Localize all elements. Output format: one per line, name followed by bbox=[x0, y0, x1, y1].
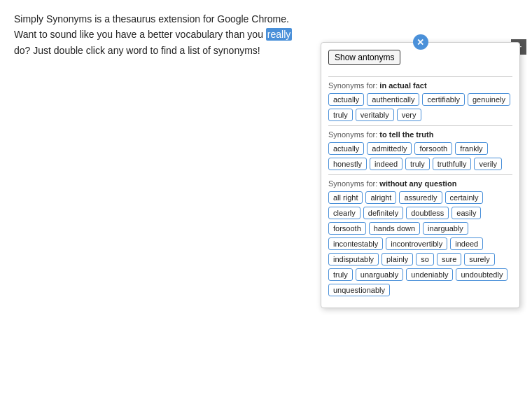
synonym-tag[interactable]: actually bbox=[328, 142, 364, 155]
synonym-tag[interactable]: truthfully bbox=[433, 158, 472, 170]
synonyms-popup: ✕ Show antonyms Synonyms for: in actual … bbox=[321, 42, 520, 308]
tags-container-2: all rightalrightassuredlycertainlyclearl… bbox=[328, 191, 512, 296]
synonyms-section-in-actual-fact: Synonyms for: in actual fact actuallyaut… bbox=[328, 81, 512, 121]
synonym-tag[interactable]: clearly bbox=[328, 207, 360, 219]
synonym-tag[interactable]: inarguably bbox=[423, 222, 468, 235]
synonym-tag[interactable]: authentically bbox=[367, 93, 419, 106]
tags-container-1: actuallyadmittedlyforsoothfranklyhonestl… bbox=[328, 142, 512, 170]
synonym-tag[interactable]: incontrovertibly bbox=[386, 237, 447, 250]
synonym-tag[interactable]: undoubtedly bbox=[456, 268, 507, 281]
label-prefix-2: Synonyms for: bbox=[328, 179, 379, 188]
synonyms-label-1: Synonyms for: to tell the truth bbox=[328, 130, 512, 139]
synonym-tag[interactable]: surely bbox=[464, 253, 494, 265]
synonym-tag[interactable]: indisputably bbox=[328, 253, 379, 265]
text-before-highlight: Simply Synonyms is a thesaurus extension… bbox=[14, 13, 289, 40]
synonym-tag[interactable]: all right bbox=[328, 191, 363, 204]
label-prefix-1: Synonyms for: bbox=[328, 130, 379, 139]
close-button[interactable]: ✕ bbox=[413, 34, 428, 50]
synonym-tag[interactable]: unarguably bbox=[356, 268, 403, 281]
meaning-0: in actual fact bbox=[379, 81, 426, 90]
meaning-1: to tell the truth bbox=[379, 130, 433, 139]
synonym-tag[interactable]: indeed bbox=[370, 158, 402, 170]
synonym-tag[interactable]: very bbox=[397, 109, 421, 121]
synonym-tag[interactable]: sure bbox=[437, 253, 461, 265]
synonym-tag[interactable]: forsooth bbox=[328, 222, 366, 235]
synonym-tag[interactable]: actually bbox=[328, 93, 364, 106]
divider-2 bbox=[328, 125, 512, 126]
synonym-tag[interactable]: assuredly bbox=[399, 191, 442, 204]
meaning-2: without any question bbox=[379, 179, 456, 188]
synonym-tag[interactable]: incontestably bbox=[328, 237, 383, 250]
synonyms-section-without-any-question: Synonyms for: without any question all r… bbox=[328, 179, 512, 296]
synonym-tag[interactable]: so bbox=[416, 253, 434, 265]
synonym-tag[interactable]: verily bbox=[474, 158, 502, 170]
synonym-tag[interactable]: truly bbox=[328, 268, 353, 281]
synonym-tag[interactable]: unquestionably bbox=[328, 284, 390, 296]
synonym-tag[interactable]: veritably bbox=[356, 109, 394, 121]
synonym-tag[interactable]: hands down bbox=[369, 222, 420, 235]
show-antonyms-button[interactable]: Show antonyms bbox=[328, 50, 400, 65]
synonym-tag[interactable]: frankly bbox=[455, 142, 487, 155]
synonyms-label-2: Synonyms for: without any question bbox=[328, 179, 512, 188]
synonym-tag[interactable]: honestly bbox=[328, 158, 367, 170]
synonym-tag[interactable]: alright bbox=[365, 191, 396, 204]
synonym-tag[interactable]: plainly bbox=[382, 253, 413, 265]
tags-container-0: actuallyauthenticallycertifiablygenuinel… bbox=[328, 93, 512, 121]
synonym-tag[interactable]: indeed bbox=[450, 237, 483, 250]
divider-1 bbox=[328, 76, 512, 77]
divider-3 bbox=[328, 174, 512, 175]
synonyms-section-to-tell-the-truth: Synonyms for: to tell the truth actually… bbox=[328, 130, 512, 170]
text-after-highlight: do? Just double click any word to find a… bbox=[14, 45, 260, 56]
synonym-tag[interactable]: undeniably bbox=[406, 268, 453, 281]
synonym-tag[interactable]: certainly bbox=[445, 191, 484, 204]
synonym-tag[interactable]: easily bbox=[451, 207, 481, 219]
synonym-tag[interactable]: certifiably bbox=[422, 93, 464, 106]
synonym-tag[interactable]: definitely bbox=[363, 207, 403, 219]
highlight-word: really bbox=[266, 28, 292, 41]
synonym-tag[interactable]: admittedly bbox=[367, 142, 412, 155]
synonym-tag[interactable]: truly bbox=[328, 109, 353, 121]
synonym-tag[interactable]: truly bbox=[405, 158, 430, 170]
synonym-tag[interactable]: forsooth bbox=[414, 142, 452, 155]
synonym-tag[interactable]: genuinely bbox=[468, 93, 510, 106]
synonyms-label-0: Synonyms for: in actual fact bbox=[328, 81, 512, 90]
main-text: Simply Synonyms is a thesaurus extension… bbox=[0, 0, 315, 69]
synonym-tag[interactable]: doubtless bbox=[406, 207, 449, 219]
label-prefix-0: Synonyms for: bbox=[328, 81, 379, 90]
